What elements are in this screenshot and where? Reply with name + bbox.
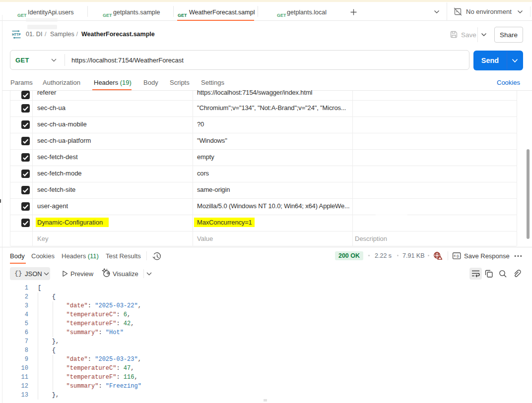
svg-text:e.g.: e.g. <box>454 254 460 258</box>
svg-text:HTTP: HTTP <box>12 32 20 37</box>
